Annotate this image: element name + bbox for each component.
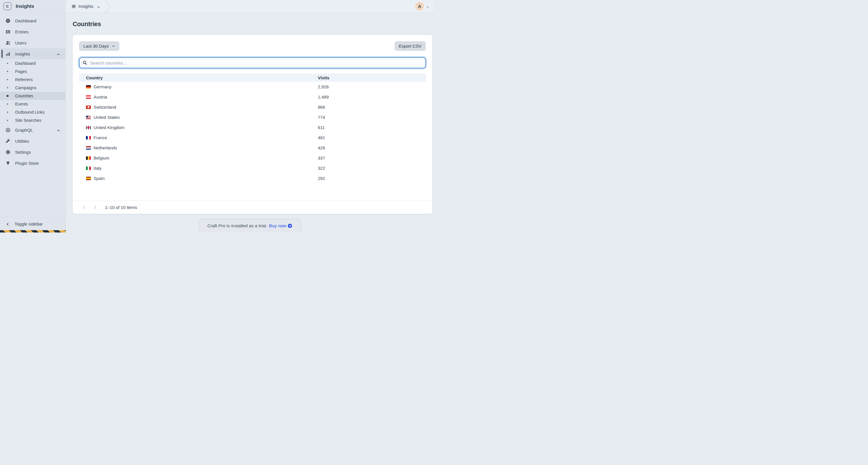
table-row: Belgium 337	[79, 153, 426, 163]
countries-panel: Last 30 Days Export CSV Country Visits	[73, 35, 432, 214]
chevron-left-icon[interactable]	[82, 205, 86, 209]
avatar[interactable]: A	[415, 2, 424, 11]
buy-now-link[interactable]: Buy now	[269, 223, 292, 228]
sidebar-subitem-label: Events	[15, 102, 28, 106]
sidebar-subitem-pages[interactable]: Pages	[0, 67, 65, 76]
sidebar: C Insights Dashboard Entries Users Insig…	[0, 0, 66, 233]
topbar-right: A	[415, 2, 429, 11]
chevron-left-icon	[6, 222, 9, 226]
sidebar-subitem-countries[interactable]: Countries	[0, 92, 65, 100]
country-name: Netherlands	[94, 145, 117, 150]
craft-logo[interactable]: C	[3, 2, 11, 10]
date-range-label: Last 30 Days	[83, 43, 109, 49]
flag-icon-it	[86, 167, 91, 170]
trial-hazard-stripe	[0, 230, 66, 233]
globe-icon	[71, 4, 76, 9]
visits-value: 774	[318, 115, 426, 120]
buy-now-label: Buy now	[269, 223, 286, 228]
sidebar-subitem-label: Countries	[15, 94, 33, 98]
bar-chart-icon	[5, 51, 10, 56]
sidebar-subitem-events[interactable]: Events	[0, 100, 65, 108]
country-name: Belgium	[94, 155, 109, 161]
sidebar-subitem-outbound-links[interactable]: Outbound Links	[0, 108, 65, 116]
sidebar-subitem-dashboard[interactable]: Dashboard	[0, 59, 65, 67]
table-row: Spain 292	[79, 173, 426, 183]
country-name: Germany	[94, 84, 112, 89]
toggle-sidebar-label: Toggle sidebar	[14, 222, 43, 226]
table-row: United States 774	[79, 112, 426, 122]
users-icon	[5, 40, 10, 45]
chevron-down-icon	[112, 45, 115, 48]
country-name: Switzerland	[94, 105, 116, 110]
date-range-dropdown[interactable]: Last 30 Days	[79, 41, 119, 51]
table-row: Austria 1,489	[79, 92, 426, 102]
sidebar-subitem-label: Site Searches	[15, 118, 41, 123]
sidebar-subitem-campaigns[interactable]: Campaigns	[0, 84, 65, 92]
sidebar-item-dashboard[interactable]: Dashboard	[0, 15, 65, 26]
chevron-down-icon	[97, 5, 100, 8]
sidebar-item-settings[interactable]: Settings	[0, 146, 65, 157]
sidebar-item-label: Utilities	[15, 139, 29, 144]
column-header-country: Country	[79, 75, 318, 80]
flag-icon-us	[86, 116, 91, 119]
toggle-sidebar-button[interactable]: Toggle sidebar	[0, 217, 65, 230]
bullet	[7, 112, 8, 113]
sidebar-subitem-site-searches[interactable]: Site Searches	[0, 116, 65, 124]
logo-letter: C	[6, 4, 9, 8]
bullet	[7, 63, 8, 64]
search-input[interactable]	[79, 57, 426, 68]
country-name: United Kingdom	[94, 125, 125, 130]
visits-value: 292	[318, 176, 426, 181]
sidebar-item-entries[interactable]: Entries	[0, 26, 65, 37]
sidebar-item-users[interactable]: Users	[0, 37, 65, 48]
flag-icon-at	[86, 95, 91, 99]
breadcrumb[interactable]: Insights	[71, 4, 100, 9]
hexagon-icon	[5, 127, 10, 133]
visits-value: 337	[318, 155, 426, 161]
main-content: Countries Last 30 Days Export CSV	[66, 13, 434, 233]
visits-value: 426	[318, 145, 426, 150]
sidebar-header: C Insights	[0, 0, 65, 13]
bullet	[7, 87, 8, 88]
app-title: Insights	[16, 3, 34, 9]
flag-icon-ch	[86, 106, 91, 109]
pagination: 1–10 of 10 items	[73, 201, 432, 214]
sidebar-item-plugin-store[interactable]: Plugin Store	[0, 157, 65, 169]
sidebar-item-label: GraphQL	[15, 127, 33, 133]
bullet	[7, 79, 8, 80]
topbar: Insights A	[66, 0, 434, 13]
flag-icon-es	[86, 177, 91, 180]
chevron-down-icon[interactable]	[426, 5, 429, 8]
visits-value: 322	[318, 166, 426, 171]
country-name: Italy	[94, 166, 102, 171]
visits-value: 2,926	[318, 84, 426, 89]
visits-value: 481	[318, 135, 426, 140]
table-row: Switzerland 866	[79, 102, 426, 112]
chevron-down-icon	[57, 128, 60, 132]
sidebar-item-label: Plugin Store	[15, 161, 39, 166]
bullet	[7, 95, 9, 97]
sidebar-subitem-label: Outbound Links	[15, 110, 45, 115]
flag-icon-nl	[86, 146, 91, 150]
sidebar-item-utilities[interactable]: Utilities	[0, 136, 65, 146]
visits-value: 1,489	[318, 94, 426, 99]
sidebar-subitem-referrers[interactable]: Referrers	[0, 76, 65, 84]
sidebar-nav: Dashboard Entries Users Insights Dashboa…	[0, 13, 65, 169]
sidebar-item-graphql[interactable]: GraphQL	[0, 124, 65, 136]
bullet	[7, 104, 8, 105]
flag-icon-fr	[86, 136, 91, 140]
breadcrumb-label: Insights	[79, 4, 94, 9]
export-csv-button[interactable]: Export CSV	[395, 41, 426, 51]
chevron-right-icon[interactable]	[93, 205, 97, 209]
pagination-count: 1–10 of 10 items	[105, 205, 137, 210]
visits-value: 611	[318, 125, 426, 130]
table-row: Italy 322	[79, 163, 426, 173]
table-header: Country Visits	[79, 74, 426, 82]
breadcrumb-separator	[105, 0, 111, 13]
trial-banner: Craft Pro is installed as a trial. Buy n…	[199, 219, 301, 233]
sidebar-item-label: Users	[15, 40, 26, 45]
table-row: Germany 2,926	[79, 82, 426, 92]
sidebar-item-label: Dashboard	[15, 18, 36, 23]
sidebar-item-insights[interactable]: Insights	[0, 48, 65, 59]
wrench-icon	[5, 138, 10, 144]
